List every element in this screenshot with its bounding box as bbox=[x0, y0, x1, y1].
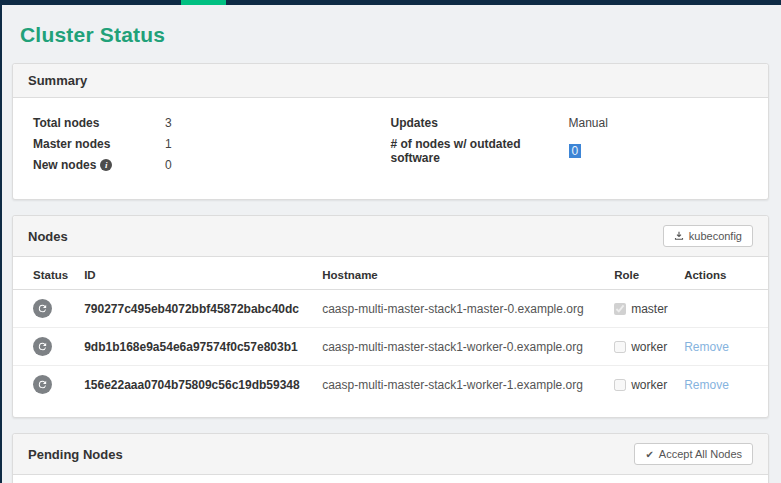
summary-panel-body: Total nodes 3 Master nodes 1 New nodes i… bbox=[13, 98, 768, 199]
remove-node-link[interactable]: Remove bbox=[684, 340, 729, 354]
summary-right-column: Updates Manual # of nodes w/ outdated so… bbox=[391, 112, 749, 175]
node-row-worker-0: 9db1b168e9a54e6a97574f0c57e803b1 caasp-m… bbox=[13, 328, 768, 366]
pending-nodes-empty-message: You currently have no nodes to be accept… bbox=[13, 475, 768, 483]
accept-all-nodes-button[interactable]: ✔ Accept All Nodes bbox=[634, 443, 753, 465]
status-sync-icon bbox=[33, 299, 52, 318]
updates-value: Manual bbox=[569, 116, 608, 130]
pending-nodes-panel-header: Pending Nodes ✔ Accept All Nodes bbox=[13, 434, 768, 475]
role-cell: worker bbox=[614, 340, 668, 354]
node-hostname: caasp-multi-master-stack1-master-0.examp… bbox=[314, 290, 606, 328]
outdated-software-value: 0 bbox=[569, 144, 582, 158]
summary-panel-header: Summary bbox=[13, 64, 768, 98]
role-worker-checkbox[interactable] bbox=[614, 379, 626, 391]
window-left-edge bbox=[0, 0, 2, 483]
nodes-panel-body: Status ID Hostname Role Actions bbox=[13, 257, 768, 417]
main-content: Cluster Status Summary Total nodes 3 Mas… bbox=[0, 0, 781, 483]
accept-all-nodes-button-label: Accept All Nodes bbox=[659, 448, 742, 460]
page-title: Cluster Status bbox=[12, 5, 769, 63]
summary-row-master-nodes: Master nodes 1 bbox=[33, 133, 391, 154]
updates-label: Updates bbox=[391, 116, 569, 130]
check-icon: ✔ bbox=[645, 449, 653, 460]
role-cell: master bbox=[614, 302, 668, 316]
summary-left-column: Total nodes 3 Master nodes 1 New nodes i… bbox=[33, 112, 391, 175]
column-header-hostname: Hostname bbox=[314, 257, 606, 290]
node-hostname: caasp-multi-master-stack1-worker-0.examp… bbox=[314, 328, 606, 366]
summary-panel-title: Summary bbox=[28, 73, 87, 88]
node-id: 790277c495eb4072bbf45872babc40dc bbox=[76, 290, 314, 328]
nodes-table-header-row: Status ID Hostname Role Actions bbox=[13, 257, 768, 290]
top-navigation-bar bbox=[0, 0, 781, 5]
summary-panel: Summary Total nodes 3 Master nodes 1 New… bbox=[12, 63, 769, 200]
node-id: 9db1b168e9a54e6a97574f0c57e803b1 bbox=[76, 328, 314, 366]
new-nodes-label-text: New nodes bbox=[33, 158, 96, 172]
kubeconfig-download-button[interactable]: kubeconfig bbox=[663, 225, 753, 247]
pending-nodes-panel-title: Pending Nodes bbox=[28, 447, 123, 462]
master-nodes-label: Master nodes bbox=[33, 137, 165, 151]
summary-row-total-nodes: Total nodes 3 bbox=[33, 112, 391, 133]
role-worker-checkbox[interactable] bbox=[614, 341, 626, 353]
status-sync-icon bbox=[33, 375, 52, 394]
info-icon[interactable]: i bbox=[100, 159, 112, 171]
new-nodes-value: 0 bbox=[165, 158, 172, 172]
summary-row-updates: Updates Manual bbox=[391, 112, 749, 133]
column-header-actions: Actions bbox=[676, 257, 768, 290]
summary-row-new-nodes: New nodes i 0 bbox=[33, 154, 391, 175]
kubeconfig-button-label: kubeconfig bbox=[689, 230, 742, 242]
pending-nodes-panel: Pending Nodes ✔ Accept All Nodes You cur… bbox=[12, 433, 769, 483]
nodes-table: Status ID Hostname Role Actions bbox=[13, 257, 768, 403]
role-label: master bbox=[631, 302, 668, 316]
total-nodes-value: 3 bbox=[165, 116, 172, 130]
top-nav-active-indicator bbox=[181, 0, 226, 5]
node-row-master-0: 790277c495eb4072bbf45872babc40dc caasp-m… bbox=[13, 290, 768, 328]
node-id: 156e22aaa0704b75809c56c19db59348 bbox=[76, 366, 314, 404]
node-row-worker-1: 156e22aaa0704b75809c56c19db59348 caasp-m… bbox=[13, 366, 768, 404]
outdated-software-label: # of nodes w/ outdated software bbox=[391, 137, 569, 165]
role-cell: worker bbox=[614, 378, 668, 392]
remove-node-link[interactable]: Remove bbox=[684, 378, 729, 392]
column-header-id: ID bbox=[76, 257, 314, 290]
nodes-panel: Nodes kubeconfig Status ID Hostname bbox=[12, 215, 769, 418]
status-sync-icon bbox=[33, 337, 52, 356]
summary-row-outdated: # of nodes w/ outdated software 0 bbox=[391, 133, 749, 168]
node-hostname: caasp-multi-master-stack1-worker-1.examp… bbox=[314, 366, 606, 404]
total-nodes-label: Total nodes bbox=[33, 116, 165, 130]
role-master-checkbox[interactable] bbox=[614, 303, 626, 315]
download-icon bbox=[674, 231, 684, 241]
role-label: worker bbox=[631, 378, 667, 392]
new-nodes-label: New nodes i bbox=[33, 158, 165, 172]
column-header-status: Status bbox=[13, 257, 76, 290]
node-actions-cell bbox=[676, 290, 768, 328]
master-nodes-value: 1 bbox=[165, 137, 172, 151]
nodes-panel-header: Nodes kubeconfig bbox=[13, 216, 768, 257]
column-header-role: Role bbox=[606, 257, 676, 290]
role-label: worker bbox=[631, 340, 667, 354]
nodes-panel-title: Nodes bbox=[28, 229, 68, 244]
